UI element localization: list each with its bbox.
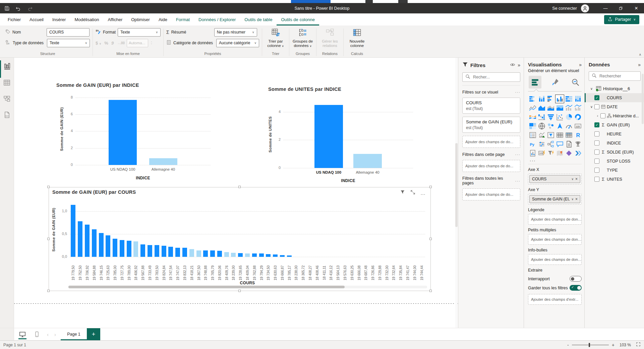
focus-mode-icon[interactable] [410, 190, 415, 196]
pane-scrollbar[interactable] [642, 74, 644, 124]
save-icon[interactable] [4, 5, 10, 11]
donut-chart-icon[interactable] [573, 113, 582, 121]
add-drillthrough-fields-dropzone[interactable]: Ajouter des champs d'extr... [528, 294, 582, 305]
bar[interactable] [120, 240, 124, 257]
resize-handle[interactable] [238, 290, 241, 292]
filters-search[interactable] [462, 72, 520, 82]
desktop-layout-icon[interactable] [18, 330, 27, 339]
sort-by-column-button[interactable]: Trier parcolonne ∨ [265, 28, 286, 49]
tab-format[interactable]: Format [172, 13, 194, 25]
scatter-chart-icon[interactable] [555, 113, 564, 121]
data-groups-button[interactable]: Groupes dedonnées ∨ [292, 28, 313, 49]
tab-outils-de-table[interactable]: Outils de table [240, 13, 277, 25]
bar[interactable] [149, 158, 177, 165]
toggle-interrapport[interactable] [570, 276, 582, 282]
checkbox-gain-eur[interactable]: ✓ [594, 122, 599, 127]
add-data-fields-dropzone[interactable]: Ajouter des champs de do... [462, 188, 520, 200]
field-hi-rarchie-d[interactable]: ›Hiérarchie d... [585, 111, 644, 120]
100-stacked-area-chart-icon[interactable] [555, 104, 564, 112]
field-gain-eur[interactable]: ✓ΣGAIN (EUR) [585, 120, 644, 129]
chevron-icon[interactable]: ∨ [589, 105, 594, 109]
checkbox-cours[interactable]: ✓ [594, 95, 599, 100]
data-type-select[interactable]: Texte∨ [47, 39, 90, 47]
zoom-in-icon[interactable]: + [612, 342, 614, 348]
filter-card[interactable]: COURSest (Tout) [462, 98, 520, 114]
resize-handle[interactable] [238, 186, 241, 188]
gauge-icon[interactable] [564, 122, 573, 130]
filled-map-icon[interactable] [546, 122, 555, 130]
bar[interactable] [127, 241, 131, 257]
resize-handle[interactable] [429, 186, 432, 188]
collapse-ribbon-icon[interactable]: ∧ [639, 53, 641, 56]
summarize-select[interactable]: Ne pas résumer∨ [214, 28, 257, 37]
bar[interactable] [196, 250, 201, 257]
card-icon[interactable]: 123 [573, 122, 582, 130]
slicer-icon[interactable] [546, 131, 555, 139]
bar[interactable] [252, 253, 257, 257]
bar[interactable] [78, 221, 82, 257]
resize-handle[interactable] [47, 186, 50, 188]
waterfall-chart-icon[interactable] [537, 113, 546, 121]
kpi-icon[interactable]: 123 [537, 131, 546, 139]
resize-handle[interactable] [429, 238, 432, 240]
close-button[interactable]: ✕ [629, 3, 644, 13]
fit-to-page-icon[interactable] [636, 342, 641, 348]
field-date[interactable]: ∨DATE [585, 102, 644, 111]
100-stacked-bar-chart-icon[interactable] [564, 95, 573, 103]
quick-measure-icon[interactable] [546, 149, 555, 158]
bar[interactable] [224, 252, 229, 257]
more-options-icon[interactable]: ··· [515, 152, 520, 157]
add-data-fields-dropzone[interactable]: Ajouter des champs de do... [462, 136, 520, 148]
metrics-icon[interactable] [573, 140, 582, 149]
field-cours[interactable]: ✓COURS [585, 93, 644, 102]
chevron-icon[interactable]: › [595, 114, 600, 118]
page-tab[interactable]: Page 1 [61, 328, 87, 340]
format-visual-tab[interactable] [549, 76, 562, 89]
checkbox-stop-loss[interactable] [594, 159, 599, 164]
data-category-select[interactable]: Aucune catégorie∨ [216, 39, 259, 47]
scrollbar-thumb[interactable] [68, 286, 345, 288]
filters-search-input[interactable] [473, 75, 517, 79]
field-pill[interactable]: Somme de GAIN (EUR)∨× [529, 195, 580, 203]
100-stacked-column-chart-icon[interactable] [573, 95, 582, 103]
area-chart-icon[interactable] [537, 104, 546, 112]
format-select[interactable]: Texte∨ [118, 28, 161, 37]
tab-aide[interactable]: Aide [154, 13, 172, 25]
tab-donn-es-explorer[interactable]: Données / Explorer [194, 13, 240, 25]
key-influencers-icon[interactable] [537, 140, 546, 149]
bar[interactable] [266, 254, 271, 257]
bar[interactable] [231, 253, 236, 257]
data-search[interactable] [589, 71, 641, 81]
mobile-layout-icon[interactable] [33, 330, 41, 339]
field-indice[interactable]: INDICE [585, 138, 644, 148]
add-data-fields-dropzone[interactable]: Ajouter des champs de do... [462, 160, 520, 172]
field-type[interactable]: TYPE [585, 166, 644, 175]
bar[interactable] [203, 250, 208, 257]
canvas-vertical-scrollbar[interactable] [455, 58, 458, 328]
visual-horizontal-scrollbar[interactable] [68, 286, 427, 288]
build-visual-tab[interactable] [529, 76, 541, 89]
checkbox-solde-eur[interactable] [594, 150, 599, 155]
bar[interactable] [99, 233, 104, 257]
line-and-clustered-column-chart-icon[interactable] [573, 104, 582, 112]
power-automate-icon[interactable] [573, 149, 582, 158]
zoom-out-icon[interactable]: - [567, 342, 569, 348]
checkbox-unites[interactable] [594, 177, 599, 182]
more-visuals-icon[interactable]: ... [530, 158, 582, 161]
remove-field-icon[interactable]: × [575, 197, 578, 201]
python-visual-icon[interactable]: Py [528, 140, 537, 149]
treemap-icon[interactable] [528, 122, 537, 130]
multi-row-card-icon[interactable] [528, 131, 537, 139]
smart-narrative-icon[interactable] [555, 140, 564, 149]
tab-mod-lisation[interactable]: Modélisation [70, 13, 103, 25]
field-unites[interactable]: ΣUNITES [585, 175, 644, 184]
bar[interactable] [238, 253, 243, 257]
stacked-area-chart-icon[interactable] [546, 104, 555, 112]
funnel-chart-icon[interactable] [546, 113, 555, 121]
bar[interactable] [182, 248, 187, 257]
avatar-icon[interactable] [581, 4, 589, 12]
remove-field-icon[interactable]: × [575, 177, 578, 181]
pie-chart-icon[interactable] [564, 113, 573, 121]
field-pill[interactable]: COURS∨× [529, 175, 580, 183]
sign-in-button[interactable]: Se connecter [552, 6, 577, 11]
